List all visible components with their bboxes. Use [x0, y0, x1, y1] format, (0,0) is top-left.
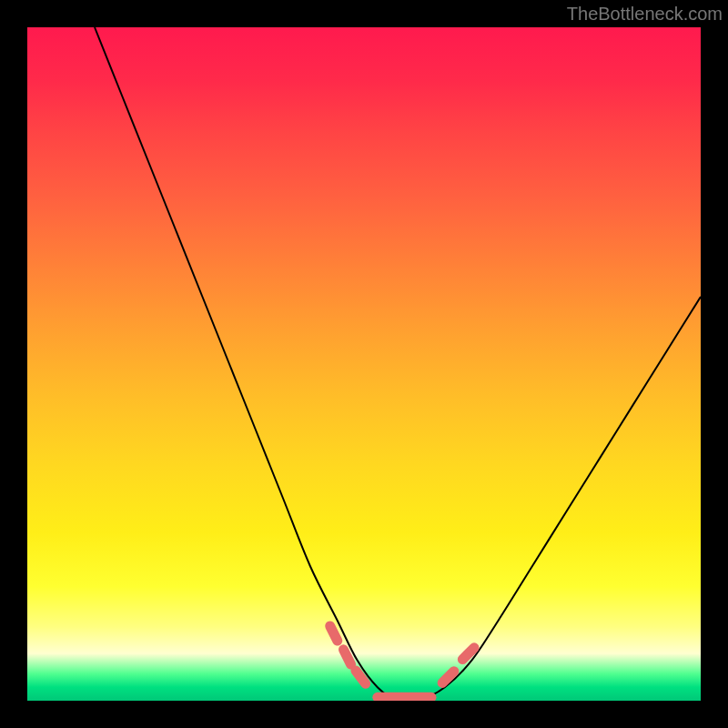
- chart-svg: [27, 27, 701, 701]
- plot-area: [27, 27, 701, 701]
- watermark-text: TheBottleneck.com: [567, 4, 723, 25]
- curve-marker-4: [462, 648, 474, 660]
- marker-group: [330, 626, 474, 697]
- curve-marker-0: [330, 626, 338, 641]
- chart-frame: TheBottleneck.com: [0, 0, 728, 728]
- curve-marker-2: [356, 671, 366, 683]
- bottleneck-curve: [95, 27, 701, 701]
- curve-marker-1: [343, 650, 350, 664]
